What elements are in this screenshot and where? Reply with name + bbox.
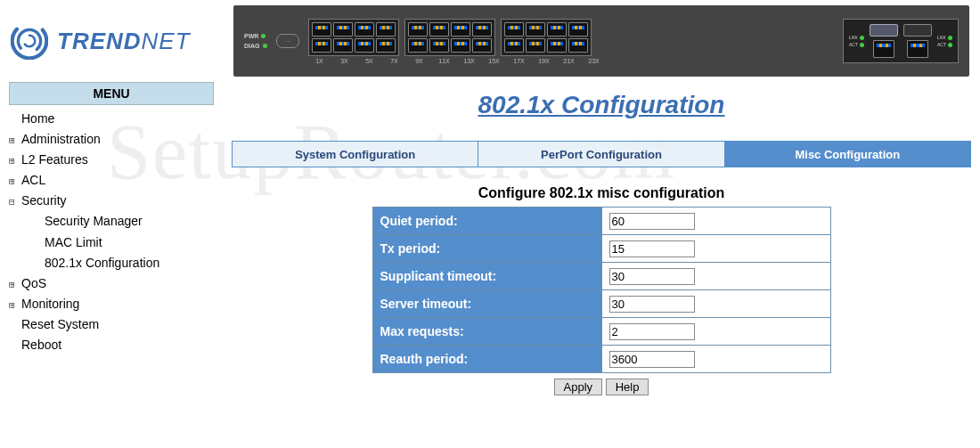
port-number-label: 1X: [310, 58, 330, 64]
form-row: Supplicant timeout:: [372, 263, 830, 290]
diag-label: DIAG: [244, 43, 260, 49]
brand-name-suffix: NET: [142, 28, 191, 54]
nav-item[interactable]: Administration: [9, 129, 214, 150]
port-number-label: 19X: [535, 58, 554, 64]
form-row: Server timeout:: [372, 290, 830, 318]
rj45-port-icon: [472, 38, 492, 53]
form-value-cell: [601, 290, 830, 318]
logo-swirl-icon: [11, 22, 48, 60]
nav-item[interactable]: MAC Limit: [9, 232, 214, 253]
rj45-port-icon: [504, 22, 524, 37]
rj45-port-icon: [376, 38, 396, 53]
form-row: Quiet period:: [372, 208, 830, 235]
gbic-led-icon: [860, 36, 864, 40]
ethernet-port-group: [404, 19, 495, 56]
nav-item[interactable]: Reset System: [9, 314, 214, 335]
nav-item[interactable]: 802.1x Configuration: [9, 253, 214, 273]
form-input[interactable]: [609, 268, 695, 285]
pwr-led-icon: [261, 34, 265, 38]
port-number-label: 15X: [485, 58, 504, 64]
ethernet-port-groups: [308, 19, 835, 56]
svg-point-0: [11, 22, 48, 60]
sidebar: MENU HomeAdministrationL2 FeaturesACLSec…: [0, 82, 223, 395]
apply-button[interactable]: Apply: [554, 379, 603, 395]
lnk-label: LNK: [937, 35, 946, 40]
form-value-cell: [601, 235, 830, 263]
nav-item[interactable]: Reboot: [9, 335, 214, 355]
form-input[interactable]: [609, 296, 695, 313]
switch-front-panel: PWR DIAG 1X3X5X7X9X11X13X15X17X19X21X23X…: [233, 5, 969, 77]
rj45-port-icon: [312, 22, 331, 37]
rj45-port-icon: [907, 40, 928, 58]
nav-item[interactable]: Security Manager: [9, 211, 214, 232]
menu-heading: MENU: [9, 82, 214, 105]
form-label: Supplicant timeout:: [372, 263, 601, 290]
rj45-port-icon: [568, 38, 588, 53]
rj45-port-icon: [504, 38, 524, 53]
rj45-port-icon: [451, 38, 470, 53]
port-number-label: 23X: [584, 58, 604, 64]
page-title: 802.1x Configuration: [232, 91, 971, 119]
pwr-label: PWR: [244, 33, 258, 39]
act-label: ACT: [849, 42, 858, 47]
rj45-port-icon: [547, 22, 567, 37]
ethernet-port-group: [308, 19, 399, 56]
nav-item[interactable]: Monitoring: [9, 294, 214, 314]
tab-perport-configuration[interactable]: PerPort Configuration: [478, 142, 724, 167]
form-row: Tx period:: [372, 235, 830, 263]
form-value-cell: [601, 318, 830, 346]
tab-system-configuration[interactable]: System Configuration: [233, 142, 478, 167]
form-label: Server timeout:: [372, 290, 601, 318]
form-label: Reauth period:: [372, 346, 601, 373]
nav-item[interactable]: L2 Features: [9, 150, 214, 170]
port-number-label: 7X: [385, 58, 404, 64]
form-value-cell: [601, 263, 830, 290]
gbic-uplink-right: [903, 24, 932, 58]
nav-item[interactable]: ACL: [9, 170, 214, 191]
form-label: Tx period:: [372, 235, 601, 263]
rj45-port-icon: [568, 22, 588, 37]
form-value-cell: [601, 208, 830, 235]
nav-item[interactable]: Home: [9, 109, 214, 129]
config-tabs: System ConfigurationPerPort Configuratio…: [232, 141, 971, 167]
port-number-label: 17X: [510, 58, 529, 64]
brand-logo: TRENDNET: [11, 22, 233, 60]
tab-misc-configuration[interactable]: Misc Configuration: [725, 142, 970, 167]
port-number-label: 5X: [360, 58, 380, 64]
gbic-led-icon: [948, 43, 952, 47]
port-number-label: 13X: [460, 58, 479, 64]
form-input[interactable]: [609, 240, 695, 257]
ethernet-port-labels: 1X3X5X7X9X11X13X15X17X19X21X23X: [308, 58, 835, 64]
nav-item[interactable]: QoS: [9, 273, 214, 294]
nav-item[interactable]: Security: [9, 191, 214, 211]
rj45-port-icon: [526, 38, 545, 53]
rj45-port-icon: [408, 38, 428, 53]
gbic-slot-icon: [870, 24, 898, 37]
rj45-port-icon: [333, 22, 353, 37]
rj45-port-icon: [547, 38, 567, 53]
form-label: Quiet period:: [372, 208, 601, 235]
serial-port-icon: [276, 34, 299, 48]
form-input[interactable]: [609, 351, 695, 368]
act-label: ACT: [937, 42, 946, 47]
brand-name: TRENDNET: [57, 28, 191, 55]
port-number-label: 11X: [435, 58, 454, 64]
form-value-cell: [601, 346, 830, 373]
rj45-port-icon: [429, 22, 449, 37]
form-input[interactable]: [609, 213, 695, 230]
port-number-label: 9X: [410, 58, 429, 64]
help-button[interactable]: Help: [606, 379, 649, 395]
port-number-label: 21X: [559, 58, 579, 64]
ethernet-port-group: [501, 19, 592, 56]
brand-name-main: TREND: [57, 28, 142, 54]
lnk-label: LNK: [849, 35, 858, 40]
form-row: Max requests:: [372, 318, 830, 346]
form-label: Max requests:: [372, 318, 601, 346]
rj45-port-icon: [408, 22, 428, 37]
form-input[interactable]: [609, 323, 695, 340]
rj45-port-icon: [472, 22, 492, 37]
rj45-port-icon: [333, 38, 353, 53]
gbic-led-icon: [860, 43, 864, 47]
rj45-port-icon: [429, 38, 449, 53]
rj45-port-icon: [355, 22, 374, 37]
